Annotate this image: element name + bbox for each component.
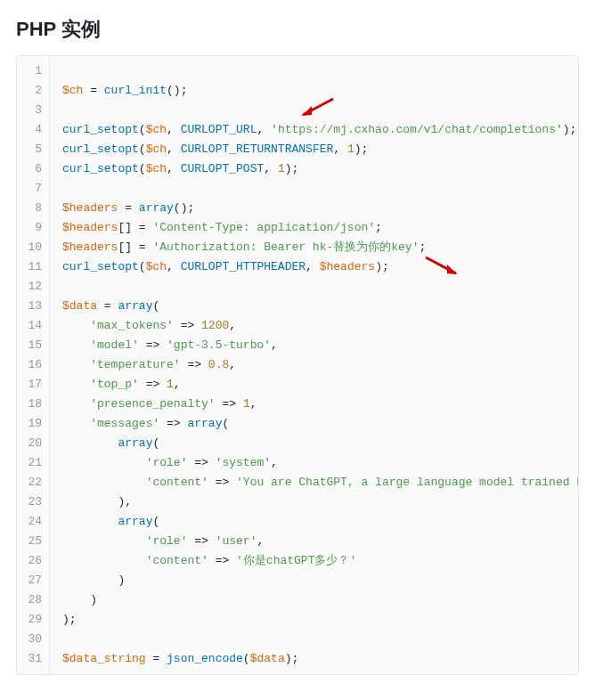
token-punct (62, 436, 118, 450)
code-line: $ch = curl_init(); (62, 81, 578, 101)
token-punct (62, 397, 90, 411)
token-fn: curl_setopt (62, 162, 139, 175)
token-punct (62, 417, 90, 430)
code-line: ) (62, 590, 578, 610)
token-punct: ( (152, 515, 159, 528)
token-punct: , (333, 142, 347, 156)
token-punct: , (167, 123, 181, 136)
line-number: 2 (22, 81, 42, 101)
token-str: 'temperature' (90, 358, 180, 371)
token-punct (62, 534, 146, 548)
token-num: 1 (243, 397, 250, 411)
token-str: 'user' (216, 534, 257, 548)
code-line: array( (62, 434, 578, 453)
code-line: 'content' => '你是chatGPT多少？' (62, 551, 578, 571)
token-var: $ch (62, 84, 83, 97)
token-str: 'model' (90, 338, 139, 352)
code-content: $ch = curl_init(); curl_setopt($ch, CURL… (50, 56, 578, 674)
token-punct: ); (563, 123, 577, 136)
token-num: 1 (347, 142, 355, 156)
token-punct: = (146, 652, 167, 665)
line-number: 28 (22, 590, 42, 610)
token-var: $data (250, 652, 285, 665)
token-punct: (); (167, 84, 187, 97)
token-punct: ); (62, 613, 77, 626)
code-line: 'model' => 'gpt-3.5-turbo', (62, 336, 578, 355)
token-str: 'gpt-3.5-turbo' (167, 338, 271, 352)
line-number: 14 (22, 316, 42, 336)
line-number: 22 (22, 473, 42, 492)
line-number: 18 (22, 395, 42, 414)
line-number: 17 (22, 375, 42, 395)
token-fn: curl_setopt (62, 260, 139, 273)
token-punct: ( (139, 260, 146, 273)
line-number: 20 (22, 434, 42, 453)
token-punct: ), (62, 495, 132, 509)
token-str: 'https://mj.cxhao.com/v1/chat/completion… (271, 123, 563, 136)
token-str: 'system' (216, 456, 271, 469)
code-line: ); (62, 610, 578, 630)
token-fn: array (187, 417, 222, 430)
token-var: $data_string (62, 652, 146, 665)
line-number: 21 (22, 453, 42, 473)
code-line: curl_setopt($ch, CURLOPT_URL, 'https://m… (62, 120, 578, 140)
token-punct: ( (222, 417, 229, 430)
code-line: 'role' => 'user', (62, 532, 578, 551)
token-punct: , (174, 378, 181, 391)
token-fn: array (118, 515, 152, 528)
token-op: => (208, 476, 236, 489)
token-punct: , (250, 397, 257, 411)
token-var: $headers (62, 221, 118, 234)
section-heading: PHP 实例 (16, 16, 579, 43)
code-line: curl_setopt($ch, CURLOPT_POST, 1); (62, 159, 578, 179)
line-number-gutter: 1234567891011121314151617181920212223242… (17, 56, 50, 674)
code-line (62, 101, 578, 120)
token-punct: ); (285, 652, 299, 665)
token-punct: , (257, 534, 264, 548)
token-punct: = (118, 201, 138, 215)
token-fn: curl_setopt (62, 123, 139, 136)
token-punct: ) (62, 574, 125, 587)
token-str: 'content' (146, 476, 208, 489)
line-number: 24 (22, 512, 42, 532)
line-number: 16 (22, 355, 42, 375)
token-punct: , (271, 338, 278, 352)
code-line (62, 630, 578, 649)
token-punct: ( (139, 142, 146, 156)
code-line: ) (62, 571, 578, 590)
line-number: 26 (22, 551, 42, 571)
token-op: => (187, 534, 215, 548)
token-num: 1 (167, 378, 174, 391)
line-number: 1 (22, 61, 42, 81)
code-block: php 123456789101112131415161718192021222… (16, 55, 579, 675)
token-op: => (181, 358, 208, 371)
code-line: ), (62, 492, 578, 512)
token-punct: ; (375, 221, 382, 234)
line-number: 7 (22, 179, 42, 199)
code-line: 'top_p' => 1, (62, 375, 578, 395)
code-line: $headers[] = 'Authorization: Bearer hk-替… (62, 238, 578, 257)
token-fn: array (118, 299, 152, 313)
code-line (62, 277, 578, 297)
line-number: 10 (22, 238, 42, 257)
token-punct (62, 358, 90, 371)
code-line: $data_string = json_encode($data); (62, 649, 578, 669)
token-var: $headers (62, 201, 118, 215)
code-line: 'presence_penalty' => 1, (62, 395, 578, 414)
token-str: '你是chatGPT多少？' (236, 554, 356, 567)
token-punct: , (167, 142, 181, 156)
token-punct: [] = (118, 221, 152, 234)
token-op: => (139, 338, 167, 352)
line-number: 30 (22, 630, 42, 649)
token-punct: = (83, 84, 103, 97)
token-const: CURLOPT_URL (181, 123, 257, 136)
token-num: 0.8 (208, 358, 229, 371)
token-var: $ch (146, 162, 167, 175)
token-const: CURLOPT_HTTPHEADER (181, 260, 306, 273)
token-punct (62, 554, 146, 567)
token-punct: ); (375, 260, 389, 273)
line-number: 27 (22, 571, 42, 590)
token-var: $ch (146, 260, 167, 273)
token-punct: , (264, 162, 278, 175)
token-punct: , (229, 319, 236, 332)
